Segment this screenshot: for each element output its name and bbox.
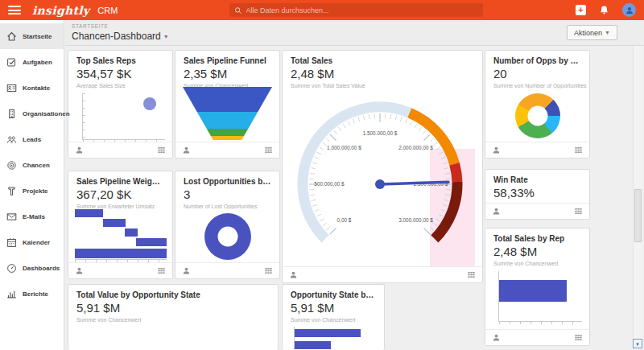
sidebar-item-kalender[interactable]: Kalender <box>0 229 64 255</box>
sidebar-item-organisationen[interactable]: Organisationen <box>0 101 64 126</box>
card-footer <box>68 262 172 278</box>
card-footer <box>485 203 589 219</box>
page-header: STARTSEITE Chancen-Dashboard▼ Aktionen▼ <box>65 20 644 46</box>
table-icon[interactable] <box>574 333 583 342</box>
card-title: Total Sales <box>291 56 474 65</box>
person-icon[interactable] <box>182 146 191 154</box>
card-title: Sales Pipeline Funnel <box>184 56 271 65</box>
card-total-value-by-opportunity-state[interactable]: Total Value by Opportunity State 5,91 $M… <box>68 284 279 350</box>
card-value: 2,48 $M <box>493 245 581 258</box>
card-sales-pipeline-weighted[interactable]: Sales Pipeline Weighted 367,20 $K Summe … <box>68 171 173 279</box>
sidebar: Startseite Aufgaben Kontakte Organisatio… <box>0 20 64 350</box>
card-opportunity-state-by-value[interactable]: Opportunity State by Value 5,91 $M Summe… <box>282 284 385 350</box>
svg-text:500.000,00 $: 500.000,00 $ <box>314 181 345 187</box>
card-footer <box>485 329 589 345</box>
table-icon[interactable] <box>467 270 476 279</box>
dashboard-title-dropdown[interactable]: Chancen-Dashboard▼ <box>72 31 169 42</box>
notifications-bell-icon[interactable] <box>599 5 609 15</box>
sidebar-item-berichte[interactable]: Berichte <box>0 281 64 307</box>
home-icon <box>6 31 17 42</box>
hammer-icon <box>6 186 17 196</box>
card-subtitle: Summe von Total Sales Value <box>291 83 474 89</box>
card-sales-pipeline-funnel[interactable]: Sales Pipeline Funnel 2,35 $M Summe von … <box>175 50 280 159</box>
card-title: Win Rate <box>493 175 581 184</box>
topbar: insightly CRM + <box>0 0 644 20</box>
user-avatar[interactable] <box>622 3 636 17</box>
card-value: 5,91 $M <box>76 301 270 315</box>
table-icon[interactable] <box>574 207 583 216</box>
person-icon[interactable] <box>492 207 501 216</box>
building-icon <box>6 109 17 119</box>
sidebar-item-kontakte[interactable]: Kontakte <box>0 75 64 101</box>
card-value: 20 <box>493 67 581 80</box>
table-icon[interactable] <box>157 266 166 275</box>
svg-text:3.000.000,00 $: 3.000.000,00 $ <box>398 217 433 223</box>
sidebar-item-aufgaben[interactable]: Aufgaben <box>0 49 64 75</box>
person-icon[interactable] <box>492 146 501 154</box>
tasks-icon <box>6 57 17 68</box>
card-value: 3 <box>184 187 271 201</box>
person-icon[interactable] <box>492 333 501 342</box>
card-subtitle: Summe von Chancenwert <box>76 317 270 323</box>
chevron-down-icon: ▼ <box>605 30 610 35</box>
donut-chart <box>204 213 251 260</box>
person-icon[interactable] <box>182 266 191 275</box>
card-lost-opportunities-by-reason[interactable]: Lost Opportunities by Reas... 3 Number o… <box>175 171 280 279</box>
global-search[interactable] <box>229 3 483 17</box>
card-title: Lost Opportunities by Reas... <box>184 177 271 186</box>
quick-add-button[interactable]: + <box>576 5 586 15</box>
card-title: Total Sales by Rep <box>493 234 581 243</box>
gauge-chart: 0,00 $500.000,00 $1.000.000,00 $1.500.00… <box>285 94 475 268</box>
search-input[interactable] <box>246 6 478 14</box>
svg-text:1.500.000,00 $: 1.500.000,00 $ <box>363 130 398 136</box>
sidebar-item-emails[interactable]: E-Mails <box>0 204 64 229</box>
search-icon <box>234 6 242 14</box>
card-subtitle: Summe von Chancenwert <box>493 261 581 266</box>
scrollbar[interactable] <box>633 46 642 350</box>
sidebar-item-leads[interactable]: Leads <box>0 126 64 152</box>
table-icon[interactable] <box>157 146 166 154</box>
card-title: Top Sales Reps <box>76 56 164 65</box>
svg-text:1.000.000,00 $: 1.000.000,00 $ <box>327 145 361 150</box>
card-total-sales[interactable]: Total Sales 2,48 $M Summe von Total Sale… <box>282 50 483 283</box>
sidebar-item-chancen[interactable]: Chancen <box>0 152 64 178</box>
barchart-icon <box>6 289 17 299</box>
table-icon[interactable] <box>264 146 273 154</box>
hamburger-icon[interactable] <box>8 6 21 14</box>
gauge-icon <box>6 263 17 274</box>
bar-chart <box>294 327 379 350</box>
scrollbar-thumb[interactable] <box>634 189 642 242</box>
card-value: 58,33% <box>493 186 581 200</box>
app-name: CRM <box>97 6 118 15</box>
people-icon <box>6 134 17 145</box>
card-value: 2,35 $M <box>184 67 271 80</box>
sidebar-item-dashboards[interactable]: Dashboards <box>0 255 64 281</box>
card-total-sales-by-rep[interactable]: Total Sales by Rep 2,48 $M Summe von Cha… <box>485 228 590 346</box>
sidebar-item-projekte[interactable]: Projekte <box>0 178 64 204</box>
calendar-icon <box>6 237 17 248</box>
envelope-icon <box>6 212 17 222</box>
person-icon[interactable] <box>75 266 84 275</box>
card-subtitle: Average Sales Size <box>76 83 164 89</box>
card-value: 354,57 $K <box>76 67 164 80</box>
brand-logo: insightly <box>32 4 89 17</box>
card-title: Number of Opps by State <box>493 56 581 65</box>
card-subtitle: Summe von Number of Opportunities <box>493 83 581 89</box>
sidebar-item-startseite[interactable]: Startseite <box>0 23 64 49</box>
card-footer <box>485 142 589 158</box>
card-subtitle: Number of Lost Opportunities <box>184 204 271 209</box>
card-value: 367,20 $K <box>76 187 164 201</box>
actions-button[interactable]: Aktionen▼ <box>567 25 617 40</box>
person-icon[interactable] <box>289 270 298 279</box>
breadcrumb: STARTSEITE <box>72 23 109 29</box>
card-top-sales-reps[interactable]: Top Sales Reps 354,57 $K Average Sales S… <box>68 50 173 159</box>
card-number-of-opps-by-state[interactable]: Number of Opps by State 20 Summe von Num… <box>485 50 590 159</box>
person-icon[interactable] <box>75 146 84 154</box>
bar-chart <box>498 271 582 322</box>
table-icon[interactable] <box>264 266 273 275</box>
table-icon[interactable] <box>574 146 583 154</box>
scroll-down-button[interactable]: ▾ <box>633 339 642 348</box>
card-value: 5,91 $M <box>291 301 376 315</box>
card-win-rate[interactable]: Win Rate 58,33% Durchschnitt von Win Rat… <box>485 169 590 220</box>
card-footer <box>68 142 172 158</box>
